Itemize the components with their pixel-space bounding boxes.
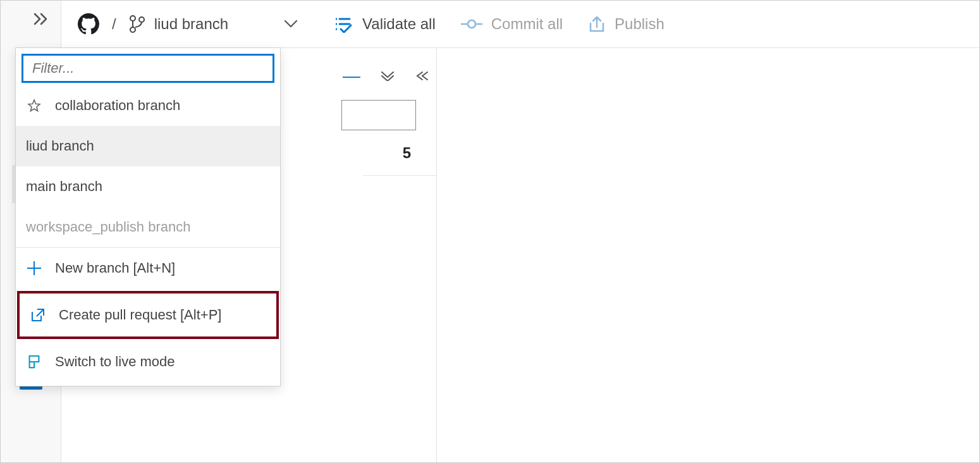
new-branch-label: New branch [Alt+N] <box>55 260 175 276</box>
toolbar: / liud branch Validate all Commit all Pu… <box>61 1 979 48</box>
create-pr-label: Create pull request [Alt+P] <box>59 307 221 323</box>
svg-point-14 <box>130 16 135 21</box>
new-branch-action[interactable]: New branch [Alt+N] <box>16 248 280 288</box>
commit-all-button: Commit all <box>461 15 563 33</box>
synapse-icon <box>26 353 42 371</box>
item-count: 5 <box>403 144 411 162</box>
branch-selector[interactable]: liud branch <box>129 15 298 34</box>
svg-point-16 <box>139 17 144 22</box>
branch-item-main[interactable]: main branch <box>16 166 280 207</box>
svg-point-19 <box>468 20 475 28</box>
branch-item-workspace-publish: workspace_publish branch <box>16 207 280 247</box>
branch-item-label: workspace_publish branch <box>26 219 191 235</box>
star-icon <box>26 99 42 113</box>
external-link-icon <box>30 307 46 323</box>
publish-label: Publish <box>615 15 665 33</box>
filter-box[interactable] <box>341 100 416 130</box>
branch-item-label: collaboration branch <box>55 97 180 114</box>
branch-item-label: main branch <box>26 178 102 195</box>
switch-live-mode-action[interactable]: Switch to live mode <box>16 342 280 382</box>
commit-all-label: Commit all <box>491 15 563 33</box>
branch-icon <box>129 15 145 34</box>
expand-rail-icon[interactable] <box>33 12 49 26</box>
branch-filter-input[interactable] <box>21 54 274 83</box>
collapse-down-icon[interactable] <box>381 71 395 81</box>
branch-dropdown: collaboration branch liud branch main br… <box>15 47 281 386</box>
chevron-down-icon <box>284 20 298 28</box>
branch-name: liud branch <box>154 15 228 33</box>
collapse-left-icon[interactable] <box>415 71 429 81</box>
breadcrumb-sep: / <box>112 15 116 33</box>
branch-item-liud[interactable]: liud branch <box>16 126 280 166</box>
branch-item-collaboration[interactable]: collaboration branch <box>16 85 280 126</box>
plus-icon <box>26 260 42 276</box>
branch-item-label: liud branch <box>26 138 94 154</box>
switch-live-label: Switch to live mode <box>55 354 175 370</box>
validate-all-button[interactable]: Validate all <box>334 15 436 33</box>
publish-button: Publish <box>588 15 665 34</box>
svg-line-22 <box>37 309 44 316</box>
validate-all-label: Validate all <box>362 15 436 33</box>
svg-point-15 <box>130 27 135 32</box>
create-pull-request-action[interactable]: Create pull request [Alt+P] <box>17 291 279 339</box>
github-icon[interactable] <box>78 13 99 35</box>
minus-icon[interactable]: — <box>343 66 360 86</box>
canvas <box>437 48 979 462</box>
